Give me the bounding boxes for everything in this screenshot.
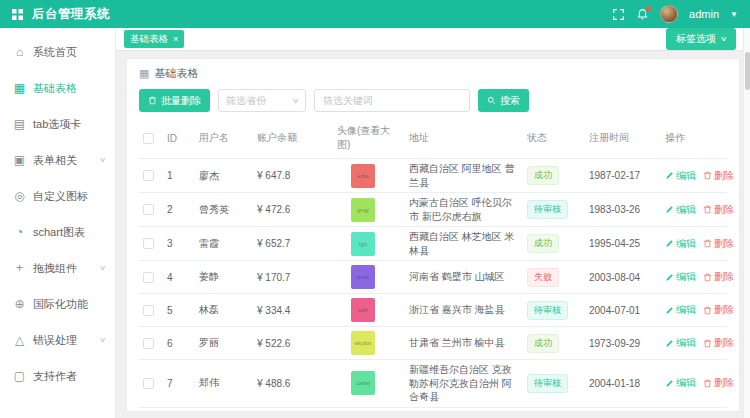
row-checkbox[interactable] [143, 378, 154, 389]
sidebar-item-error[interactable]: △错误处理∨ [0, 322, 115, 358]
row-checkbox[interactable] [143, 170, 154, 181]
cell-id: 5 [163, 294, 195, 327]
row-checkbox[interactable] [143, 305, 154, 316]
tag-options-button[interactable]: 标签选项 ∨ [666, 28, 736, 50]
cell-balance: ¥ 334.4 [253, 294, 333, 327]
cell-username: 姜静 [195, 261, 253, 294]
vertical-scrollbar[interactable] [743, 28, 750, 418]
tab-tag-basic-table[interactable]: 基础表格 × [124, 30, 184, 48]
main-area: 基础表格 × 标签选项 ∨ ▦ 基础表格 [116, 28, 750, 418]
sidebar-item-basic-table[interactable]: ▦基础表格 [0, 70, 115, 106]
app-title: 后台管理系统 [32, 6, 110, 23]
chevron-down-icon: ∨ [99, 156, 106, 164]
cell-registered: 2003-08-04 [585, 261, 661, 294]
sidebar-item-label: 基础表格 [33, 81, 105, 96]
status-badge: 待审核 [527, 200, 568, 219]
avatar-thumbnail[interactable]: ecba [351, 164, 375, 188]
edit-link[interactable]: 编辑 [665, 303, 696, 317]
edit-pencil-icon [665, 239, 674, 248]
bell-icon[interactable] [636, 8, 649, 21]
row-checkbox[interactable] [143, 238, 154, 249]
avatar-thumbnail[interactable]: rgct [351, 232, 375, 256]
status-badge: 成功 [527, 334, 559, 353]
avatar-thumbnail[interactable]: afeep [351, 265, 375, 289]
globe-icon: ⊕ [13, 297, 26, 311]
home-icon: ⌂ [13, 45, 26, 59]
chevron-down-icon: ∨ [99, 336, 106, 344]
column-header: 状态 [523, 119, 585, 159]
trash-icon [703, 205, 712, 214]
avatar-thumbnail[interactable]: gxvgr [351, 198, 375, 222]
sidebar-item-form[interactable]: ▣表单相关∨ [0, 142, 115, 178]
cell-username: 林磊 [195, 294, 253, 327]
edit-link[interactable]: 编辑 [665, 270, 696, 284]
avatar-thumbnail[interactable]: wkydon [351, 331, 375, 355]
sidebar-item-label: tab选项卡 [33, 117, 105, 132]
delete-link[interactable]: 删除 [703, 303, 734, 317]
province-filter-select[interactable]: 筛选省份 ∨ [218, 89, 306, 112]
tab-close-icon[interactable]: × [173, 35, 178, 44]
table-row: 7郑伟¥ 488.6cwhwj新疆维吾尔自治区 克孜勒苏柯尔克孜自治州 阿合奇县… [139, 360, 727, 408]
delete-link[interactable]: 删除 [703, 237, 734, 251]
table-header-row: ID用户名账户余额头像(查看大图)地址状态注册时间操作 [139, 119, 727, 159]
sidebar-item-label: schart图表 [33, 225, 105, 240]
batch-delete-button[interactable]: 批量删除 [139, 89, 210, 112]
menu-grid-icon[interactable] [12, 9, 23, 20]
status-badge: 待审核 [527, 374, 568, 393]
chevron-down-icon: ∨ [720, 35, 727, 43]
edit-link[interactable]: 编辑 [665, 237, 696, 251]
edit-link[interactable]: 编辑 [665, 169, 696, 183]
sidebar-item-home[interactable]: ⌂系统首页 [0, 34, 115, 70]
cell-address: 西藏自治区 林芝地区 米林县 [405, 227, 523, 261]
delete-link[interactable]: 删除 [703, 203, 734, 217]
table-row: 4姜静¥ 170.7afeep河南省 鹤壁市 山城区失败2003-08-04编辑… [139, 261, 727, 294]
cell-balance: ¥ 407.5 [253, 407, 333, 412]
column-header: 地址 [405, 119, 523, 159]
tags-bar: 基础表格 × 标签选项 ∨ [116, 28, 750, 51]
row-checkbox[interactable] [143, 204, 154, 215]
edit-link[interactable]: 编辑 [665, 376, 696, 390]
delete-link[interactable]: 删除 [703, 169, 734, 183]
select-all-checkbox[interactable] [143, 133, 154, 144]
column-header: 操作 [661, 119, 727, 159]
delete-link[interactable]: 删除 [703, 270, 734, 284]
avatar-thumbnail[interactable]: hhakweb [351, 412, 375, 413]
form-icon: ▣ [13, 153, 26, 167]
delete-link[interactable]: 删除 [703, 336, 734, 350]
row-checkbox[interactable] [143, 338, 154, 349]
delete-link[interactable]: 删除 [703, 376, 734, 390]
search-button[interactable]: 搜索 [478, 89, 529, 112]
user-avatar[interactable] [660, 5, 678, 23]
table-row: 8丁静¥ 407.5hhakweb山西省 太原市 迎泽区失败1991-09-26… [139, 407, 727, 412]
table-row: 3雷霞¥ 652.7rgct西藏自治区 林芝地区 米林县成功1995-04-25… [139, 227, 727, 261]
sidebar-item-label: 自定义图标 [33, 189, 105, 204]
cell-balance: ¥ 652.7 [253, 227, 333, 261]
scrollbar-thumb[interactable] [745, 52, 750, 90]
sidebar-item-i18n[interactable]: ⊕国际化功能 [0, 286, 115, 322]
cell-username: 罗丽 [195, 327, 253, 360]
cell-balance: ¥ 647.8 [253, 159, 333, 193]
sidebar-item-drag[interactable]: +拖拽组件∨ [0, 250, 115, 286]
cell-address: 新疆维吾尔自治区 克孜勒苏柯尔克孜自治州 阿合奇县 [405, 360, 523, 408]
row-checkbox[interactable] [143, 272, 154, 283]
sidebar-item-custom-icon[interactable]: ◎自定义图标 [0, 178, 115, 214]
username[interactable]: admin [689, 8, 719, 20]
sidebar-item-label: 支持作者 [33, 369, 105, 384]
trash-icon [148, 96, 157, 105]
status-badge: 失败 [527, 268, 559, 287]
keyword-input[interactable] [314, 89, 470, 112]
sidebar-item-donate[interactable]: ▢支持作者 [0, 358, 115, 394]
edit-link[interactable]: 编辑 [665, 336, 696, 350]
avatar-thumbnail[interactable]: cwhwj [351, 371, 375, 395]
avatar-thumbnail[interactable]: cqfh [351, 298, 375, 322]
edit-link[interactable]: 编辑 [665, 203, 696, 217]
fullscreen-icon[interactable] [612, 8, 625, 21]
trash-icon [703, 239, 712, 248]
cell-id: 4 [163, 261, 195, 294]
sidebar-item-schart[interactable]: ◔schart图表 [0, 214, 115, 250]
cell-balance: ¥ 170.7 [253, 261, 333, 294]
custom-icon-icon: ◎ [13, 189, 26, 203]
sidebar-item-tabs[interactable]: ▤tab选项卡 [0, 106, 115, 142]
cell-address: 山西省 太原市 迎泽区 [405, 407, 523, 412]
user-caret-down-icon[interactable]: ▼ [730, 10, 738, 19]
